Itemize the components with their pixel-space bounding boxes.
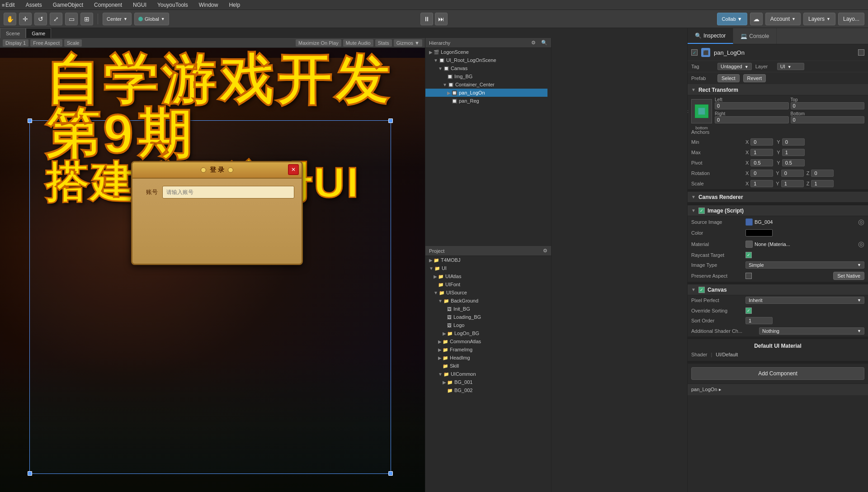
handle-tm[interactable] — [208, 118, 212, 123]
rotation-z-input[interactable] — [811, 170, 834, 177]
hierarchy-item-container-center[interactable]: ▼ 🔲 Container_Center — [425, 80, 547, 89]
hierarchy-item-img-bg[interactable]: ▶ 🔲 Img_BG — [425, 72, 547, 80]
tab-console[interactable]: 💻 Console — [733, 28, 777, 44]
image-script-header[interactable]: ▼ ✓ Image (Script) — [688, 205, 868, 216]
account-button[interactable]: Account ▼ — [765, 13, 801, 25]
project-item-logo[interactable]: ▶ 🖼 Logo — [425, 321, 547, 329]
image-script-checkbox[interactable]: ✓ — [698, 208, 705, 214]
rect-left-input[interactable] — [715, 102, 789, 109]
tag-value-dropdown[interactable]: Untagged ▼ — [717, 63, 752, 70]
image-type-dropdown[interactable]: Simple ▼ — [745, 261, 864, 269]
pivot-y-input[interactable] — [782, 159, 805, 166]
menu-ngui[interactable]: NGUI — [131, 1, 148, 9]
rotation-x-input[interactable] — [750, 170, 773, 177]
layout-button[interactable]: Layo... — [838, 13, 864, 25]
rect-tool-button[interactable]: ▭ — [65, 13, 78, 25]
project-item-t4mobj[interactable]: ▶ 📁 T4MOBJ — [425, 256, 547, 264]
step-button[interactable]: ⏭ — [435, 13, 448, 25]
tab-inspector[interactable]: 🔍 Inspector — [688, 28, 733, 44]
dialog-close-button[interactable]: ✕ — [288, 164, 299, 175]
raycast-target-checkbox[interactable]: ✓ — [745, 252, 752, 258]
anchor-max-y-input[interactable] — [782, 149, 805, 156]
project-item-headimg[interactable]: ▶ 📁 HeadImg — [425, 354, 547, 362]
hierarchy-settings-icon[interactable]: ⚙ — [531, 40, 536, 46]
move-tool-button[interactable]: ✛ — [19, 13, 32, 25]
project-item-loading-bg[interactable]: ▶ 🖼 Loading_BG — [425, 313, 547, 321]
rotation-y-input[interactable] — [781, 170, 804, 177]
prefab-select-button[interactable]: Select — [717, 74, 740, 82]
canvas-component-checkbox[interactable]: ✓ — [698, 287, 705, 293]
prefab-revert-button[interactable]: Revert — [743, 74, 766, 82]
tab-game[interactable]: Game — [26, 28, 51, 38]
scale-label[interactable]: Scale — [64, 39, 82, 47]
hierarchy-item-pan-logon[interactable]: ▶ 🔲 pan_LogOn — [425, 89, 547, 97]
project-settings-icon[interactable]: ⚙ — [543, 248, 547, 254]
object-static-checkbox[interactable] — [858, 49, 864, 56]
tab-scene[interactable]: Scene — [0, 28, 26, 38]
handle-bm[interactable] — [208, 471, 212, 476]
color-picker[interactable] — [745, 229, 773, 237]
sort-order-input[interactable] — [745, 317, 773, 324]
project-item-bg001[interactable]: ▶ 📁 BG_001 — [425, 378, 547, 386]
transform-tool-button[interactable]: ⊞ — [80, 13, 93, 25]
add-component-button[interactable]: Add Component — [691, 367, 864, 380]
preserve-aspect-checkbox[interactable] — [745, 273, 752, 279]
override-sorting-checkbox[interactable]: ✓ — [745, 308, 752, 314]
rect-transform-header[interactable]: ▼ Rect Transform — [688, 85, 868, 95]
project-item-uicommon[interactable]: ▼ 📁 UICommon — [425, 370, 547, 378]
hierarchy-search-icon[interactable]: 🔍 — [541, 40, 547, 46]
menu-window[interactable]: Window — [197, 1, 220, 9]
project-item-frameimg[interactable]: ▶ 📁 FrameImg — [425, 345, 547, 354]
layer-value-dropdown[interactable]: UI ▼ — [777, 63, 804, 70]
handle-tl[interactable] — [28, 118, 32, 123]
project-item-commonatlas[interactable]: ▶ 📁 CommonAtlas — [425, 337, 547, 345]
material-select-icon[interactable]: ◎ — [858, 240, 864, 248]
object-active-checkbox[interactable]: ✓ — [691, 49, 698, 56]
handle-tr[interactable] — [388, 118, 393, 123]
rotate-tool-button[interactable]: ↺ — [34, 13, 47, 25]
pixel-perfect-dropdown[interactable]: Inherit ▼ — [745, 297, 864, 304]
anchor-min-y-input[interactable] — [782, 138, 805, 146]
rect-bottom-input[interactable] — [791, 116, 865, 123]
display-dropdown[interactable]: Display 1 — [3, 39, 28, 47]
canvas-component-header[interactable]: ▼ ✓ Canvas — [688, 284, 868, 295]
global-toggle-button[interactable]: Global ▼ — [134, 13, 169, 25]
set-native-button[interactable]: Set Native — [833, 272, 864, 280]
mute-toggle[interactable]: Mute Audio — [343, 39, 373, 47]
hierarchy-item-logonscene[interactable]: ▶ 🎬 LogonScene — [425, 48, 547, 56]
canvas-renderer-header[interactable]: ▼ Canvas Renderer — [688, 192, 868, 203]
project-item-logon-bg[interactable]: ▶ 📁 LogOn_BG — [425, 329, 547, 337]
project-item-uisource[interactable]: ▼ 📁 UISource — [425, 289, 547, 297]
project-item-bg002[interactable]: ▶ 📁 BG_002 — [425, 386, 547, 394]
scale-y-input[interactable] — [781, 180, 804, 187]
project-item-uiatlas[interactable]: ▶ 📁 UIAtlas — [425, 272, 547, 280]
stats-button[interactable]: Stats — [375, 39, 392, 47]
project-item-background[interactable]: ▼ 📁 BackGround — [425, 297, 547, 305]
menu-help[interactable]: Help — [227, 1, 242, 9]
additional-shader-dropdown[interactable]: Nothing ▼ — [759, 327, 864, 335]
rect-anchor-diagram[interactable]: left bottom — [691, 99, 712, 123]
hierarchy-item-canvas[interactable]: ▼ 🔲 Canvas — [425, 64, 547, 72]
rect-right-input[interactable] — [715, 116, 789, 123]
scale-tool-button[interactable]: ⤢ — [50, 13, 62, 25]
hierarchy-item-pan-reg[interactable]: ▶ 🔲 pan_Reg — [425, 97, 547, 105]
resolution-dropdown[interactable]: Free Aspect — [30, 39, 62, 47]
maximize-toggle[interactable]: Maximize On Play — [296, 39, 341, 47]
center-toggle-button[interactable]: Center ▼ — [103, 13, 132, 25]
handle-br[interactable] — [388, 471, 393, 476]
layers-button[interactable]: Layers ▼ — [803, 13, 835, 25]
pivot-x-input[interactable] — [750, 159, 773, 166]
collab-button[interactable]: Collab ▼ — [717, 13, 747, 25]
menu-component[interactable]: Component — [92, 1, 124, 9]
scale-x-input[interactable] — [750, 180, 773, 187]
anchor-max-x-input[interactable] — [750, 149, 773, 156]
account-field-input[interactable] — [162, 186, 294, 199]
anchor-min-x-input[interactable] — [750, 138, 773, 146]
handle-bl[interactable] — [28, 471, 32, 476]
gizmos-dropdown[interactable]: Gizmos ▼ — [394, 39, 422, 47]
scale-z-input[interactable] — [811, 180, 834, 187]
hierarchy-item-ui-root[interactable]: ▼ 🔲 UI_Root_LogOnScene — [425, 56, 547, 64]
pause-button[interactable]: ⏸ — [420, 13, 433, 25]
hand-tool-button[interactable]: ✋ — [4, 13, 16, 25]
project-item-init-bg[interactable]: ▶ 🖼 Init_BG — [425, 305, 547, 313]
